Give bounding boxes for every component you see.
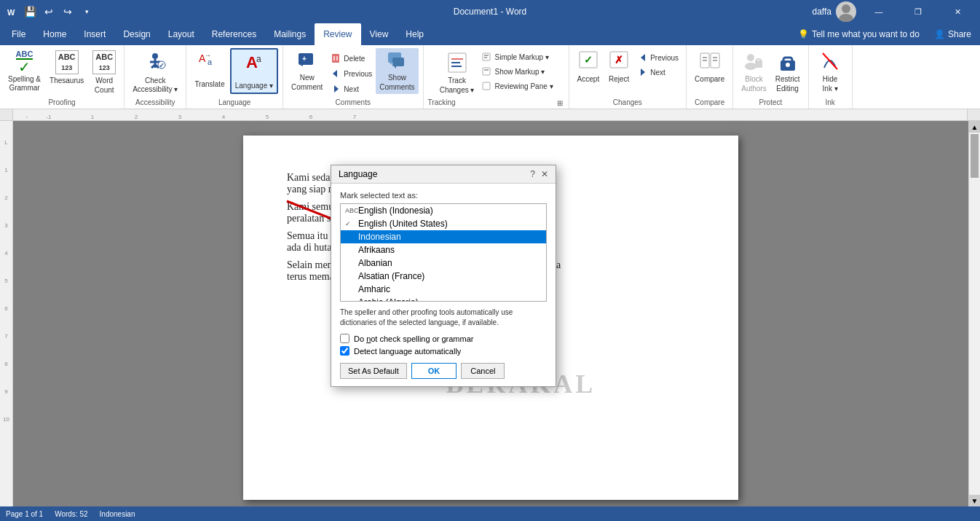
ribbon-group-proofing: ABC ✓ Spelling &Grammar ABC123 Thesaurus… bbox=[0, 45, 125, 109]
word-count-status: Words: 52 bbox=[55, 510, 87, 518]
menu-review[interactable]: Review bbox=[315, 23, 360, 45]
menu-home[interactable]: Home bbox=[34, 23, 75, 45]
lang-item-alsatian[interactable]: Alsatian (France) bbox=[341, 270, 546, 283]
ok-button[interactable]: OK bbox=[411, 363, 457, 379]
block-authors-label: BlockAuthors bbox=[741, 74, 766, 93]
menu-view[interactable]: View bbox=[361, 23, 398, 45]
language-button[interactable]: A a Language ▾ bbox=[230, 48, 278, 94]
translate-button[interactable]: A a → Translate bbox=[191, 48, 228, 91]
user-avatar[interactable] bbox=[836, 1, 856, 22]
compare-buttons: Compare bbox=[691, 48, 728, 98]
show-markup-button[interactable]: Show Markup ▾ bbox=[479, 65, 556, 78]
svg-text:W: W bbox=[7, 8, 15, 17]
svg-marker-25 bbox=[390, 63, 392, 65]
spelling-grammar-button[interactable]: ABC ✓ Spelling &Grammar bbox=[4, 48, 44, 95]
restore-button[interactable]: ❐ bbox=[901, 0, 935, 23]
show-comments-button[interactable]: ShowComments bbox=[376, 48, 418, 94]
simple-markup-button[interactable]: Simple Markup ▾ bbox=[479, 50, 556, 63]
language-listbox[interactable]: ABC English (Indonesia) ✓ English (Unite… bbox=[340, 203, 547, 302]
dialog-body: Mark selected text as: ABC English (Indo… bbox=[331, 184, 556, 386]
share-button[interactable]: 👤 Share bbox=[928, 23, 977, 45]
show-markup-label: Show Markup ▾ bbox=[494, 68, 545, 76]
word-icon: W bbox=[6, 6, 17, 17]
lang-item-english-indonesia[interactable]: ABC English (Indonesia) bbox=[341, 204, 546, 217]
scroll-track bbox=[969, 133, 980, 495]
svg-rect-26 bbox=[392, 58, 404, 66]
document-page: BERAKAL Kami sedang berada di tengah hut… bbox=[243, 136, 738, 500]
changes-buttons: ✓ Accept ✗ Reject Previous bbox=[574, 48, 681, 98]
thesaurus-button[interactable]: ABC123 Thesaurus bbox=[46, 48, 87, 87]
compare-button[interactable]: Compare bbox=[691, 48, 728, 86]
ribbon-group-tracking: TrackChanges ▾ Simple Markup ▾ Show Mark… bbox=[424, 45, 569, 109]
title-bar-left: W 💾 ↩ ↪ ▾ bbox=[6, 4, 95, 20]
menu-layout[interactable]: Layout bbox=[159, 23, 203, 45]
scroll-thumb[interactable] bbox=[971, 134, 979, 178]
restrict-editing-button[interactable]: RestrictEditing bbox=[772, 48, 804, 95]
cancel-button[interactable]: Cancel bbox=[461, 363, 505, 379]
close-button[interactable]: ✕ bbox=[941, 0, 974, 23]
lang-item-english-us[interactable]: ✓ English (United States) bbox=[341, 217, 546, 230]
next-icon bbox=[330, 83, 341, 95]
reviewing-pane-label: Reviewing Pane ▾ bbox=[494, 82, 553, 90]
svg-text:→: → bbox=[205, 52, 211, 59]
share-label: Share bbox=[948, 29, 971, 39]
accept-button[interactable]: ✓ Accept bbox=[574, 48, 604, 86]
track-changes-icon bbox=[447, 50, 467, 76]
previous-change-button[interactable]: Previous bbox=[635, 51, 681, 64]
block-authors-button[interactable]: BlockAuthors bbox=[738, 48, 770, 95]
menu-mailings[interactable]: Mailings bbox=[265, 23, 315, 45]
ink-buttons: HideInk ▾ bbox=[815, 48, 845, 98]
language-dialog: Language ? ✕ Mark selected text as: ABC … bbox=[331, 165, 556, 387]
svg-point-2 bbox=[842, 4, 850, 13]
restrict-editing-label: RestrictEditing bbox=[775, 74, 800, 93]
lang-item-amharic[interactable]: Amharic bbox=[341, 283, 546, 296]
menu-help[interactable]: Help bbox=[397, 23, 432, 45]
menu-insert[interactable]: Insert bbox=[75, 23, 114, 45]
language-label: Language ▾ bbox=[235, 81, 273, 90]
hide-ink-button[interactable]: HideInk ▾ bbox=[815, 48, 845, 95]
lang-label-indonesian: Indonesian bbox=[358, 232, 401, 242]
quick-access-dropdown[interactable]: ▾ bbox=[79, 4, 95, 20]
scroll-down-button[interactable]: ▼ bbox=[969, 495, 980, 506]
menu-references[interactable]: References bbox=[203, 23, 265, 45]
reviewing-pane-button[interactable]: Reviewing Pane ▾ bbox=[479, 79, 556, 93]
reject-button[interactable]: ✗ Reject bbox=[604, 48, 633, 86]
set-as-default-button[interactable]: Set As Default bbox=[340, 363, 407, 379]
menu-file[interactable]: File bbox=[3, 23, 34, 45]
vertical-scrollbar[interactable]: ▲ ▼ bbox=[968, 121, 980, 506]
save-button[interactable]: 💾 bbox=[22, 4, 38, 20]
detect-lang-checkbox[interactable] bbox=[340, 346, 349, 356]
check-accessibility-button[interactable]: ✓ CheckAccessibility ▾ bbox=[129, 48, 181, 96]
no-spelling-checkbox[interactable] bbox=[340, 334, 349, 343]
redo-button[interactable]: ↪ bbox=[60, 4, 76, 20]
track-changes-label: TrackChanges ▾ bbox=[440, 76, 475, 95]
dialog-help-button[interactable]: ? bbox=[530, 169, 535, 179]
delete-button[interactable]: Delete bbox=[327, 51, 375, 66]
word-count-button[interactable]: ABC123 WordCount bbox=[89, 48, 119, 97]
minimize-button[interactable]: — bbox=[862, 0, 896, 23]
detect-lang-label: Detect language automatically bbox=[354, 347, 461, 356]
lang-item-afrikaans[interactable]: Afrikaans bbox=[341, 243, 546, 256]
title-bar: W 💾 ↩ ↪ ▾ Document1 - Word daffa — ❐ ✕ bbox=[0, 0, 980, 23]
svg-point-56 bbox=[786, 63, 790, 67]
next-comment-button[interactable]: Next bbox=[327, 82, 375, 96]
undo-button[interactable]: ↩ bbox=[41, 4, 57, 20]
tell-me-input[interactable]: 💡 Tell me what you want to do bbox=[789, 23, 928, 45]
main-area: L 1 2 3 4 5 6 7 8 9 10 bbox=[0, 121, 980, 506]
hide-ink-label: HideInk ▾ bbox=[823, 74, 838, 93]
language-group-label: Language bbox=[218, 98, 251, 109]
lang-item-indonesian[interactable]: Indonesian bbox=[341, 230, 546, 243]
new-comment-button[interactable]: + NewComment bbox=[288, 48, 326, 94]
lang-item-arabic-algeria[interactable]: Arabic (Algeria) bbox=[341, 296, 546, 302]
dialog-close-button[interactable]: ✕ bbox=[541, 169, 548, 179]
track-changes-button[interactable]: TrackChanges ▾ bbox=[436, 48, 478, 97]
menu-design[interactable]: Design bbox=[114, 23, 159, 45]
tracking-dialog-icon[interactable]: ⊞ bbox=[556, 98, 564, 109]
previous-label: Previous bbox=[344, 70, 372, 78]
title-bar-right: daffa — ❐ ✕ bbox=[813, 0, 974, 23]
next-change-button[interactable]: Next bbox=[635, 66, 681, 79]
scroll-up-button[interactable]: ▲ bbox=[969, 121, 980, 133]
ruler-main: ▪ -1 1 2 3 4 5 6 7 bbox=[13, 109, 967, 120]
lang-item-albanian[interactable]: Albanian bbox=[341, 256, 546, 270]
previous-comment-button[interactable]: Previous bbox=[327, 66, 375, 81]
